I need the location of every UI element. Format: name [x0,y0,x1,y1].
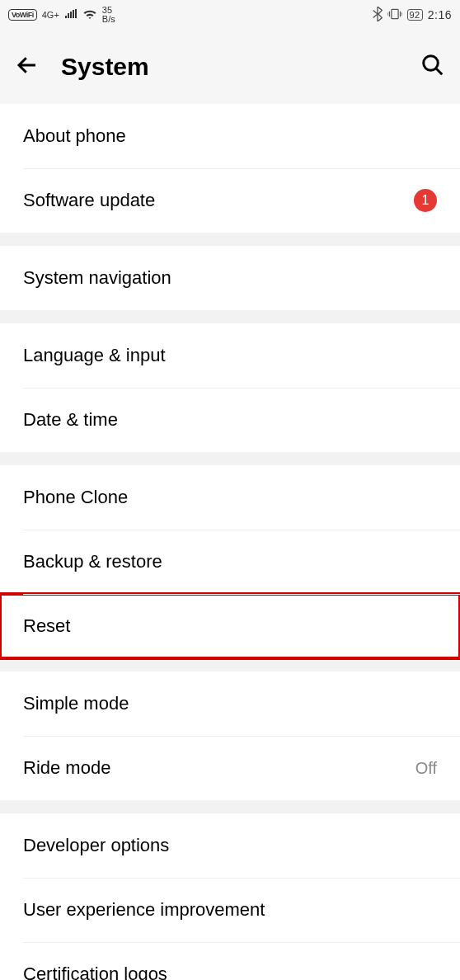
settings-item-cert[interactable]: Certification logos [0,942,460,980]
item-label: Software update [23,190,406,211]
item-label: Reset [23,615,437,637]
settings-item-dev[interactable]: Developer options [0,813,460,878]
settings-group: Language & inputDate & time [0,323,460,452]
settings-item-lang[interactable]: Language & input [0,323,460,388]
wifi-icon [82,8,97,22]
item-label: Certification logos [23,964,437,980]
svg-point-1 [424,56,439,71]
item-label: System navigation [23,267,437,289]
item-label: Developer options [23,835,437,856]
status-bar: VoWiFi 4G+ 35B/s 92 2:16 [0,0,460,30]
signal-icon [64,8,77,21]
network-type: 4G+ [42,10,59,20]
item-label: Phone Clone [23,487,437,508]
item-label: Date & time [23,409,437,431]
net-speed: 35B/s [102,6,115,24]
vowifi-badge: VoWiFi [8,9,37,21]
arrow-left-icon [15,53,40,78]
notification-badge: 1 [414,189,437,212]
settings-item-ride[interactable]: Ride modeOff [0,736,460,800]
vibrate-icon [387,7,402,23]
item-label: About phone [23,125,437,147]
svg-rect-0 [391,9,397,18]
settings-group: Phone CloneBackup & restoreReset [0,465,460,658]
page-title: System [61,53,149,81]
settings-item-about[interactable]: About phone [0,104,460,168]
back-button[interactable] [15,53,40,81]
search-icon [420,53,445,78]
settings-group: About phoneSoftware update1 [0,104,460,233]
settings-item-backup[interactable]: Backup & restore [0,530,460,594]
settings-item-swupdate[interactable]: Software update1 [0,168,460,233]
app-header: System [0,30,460,104]
settings-group: Developer optionsUser experience improve… [0,813,460,980]
settings-group: Simple modeRide modeOff [0,671,460,800]
item-label: Simple mode [23,693,437,714]
item-label: User experience improvement [23,899,437,921]
settings-item-simple[interactable]: Simple mode [0,671,460,736]
settings-item-sysnav[interactable]: System navigation [0,246,460,310]
item-label: Backup & restore [23,551,437,572]
item-value: Off [415,759,437,778]
settings-item-reset[interactable]: Reset [0,594,460,658]
settings-group: System navigation [0,246,460,310]
bluetooth-icon [373,7,383,24]
clock: 2:16 [428,8,452,21]
item-label: Language & input [23,345,437,366]
item-label: Ride mode [23,757,415,779]
search-button[interactable] [420,53,445,81]
settings-list: About phoneSoftware update1System naviga… [0,104,460,980]
battery-indicator: 92 [407,9,423,21]
settings-item-uximp[interactable]: User experience improvement [0,878,460,942]
settings-item-datetime[interactable]: Date & time [0,388,460,452]
settings-item-clone[interactable]: Phone Clone [0,465,460,530]
